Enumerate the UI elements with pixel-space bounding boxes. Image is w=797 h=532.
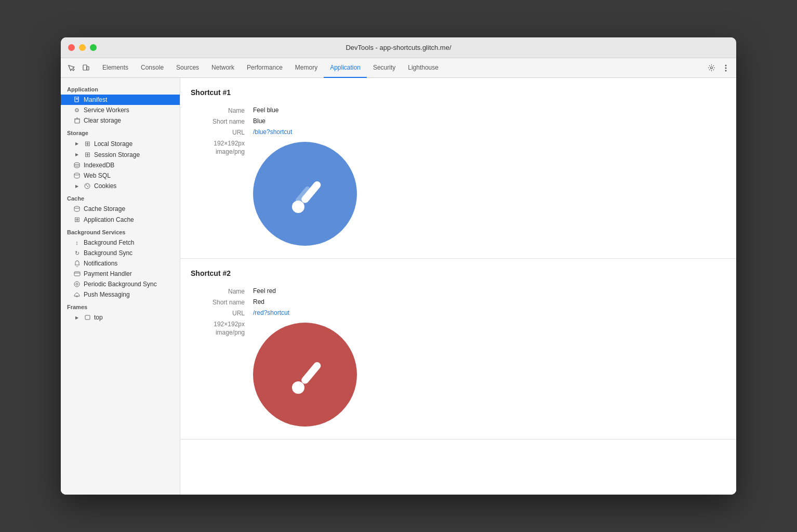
service-workers-label: Service Workers [84,107,129,114]
session-storage-label: Session Storage [94,151,140,158]
shortcut-1-section: Shortcut #1 Name Feel blue Short name Bl… [180,78,736,259]
tab-elements[interactable]: Elements [96,58,135,78]
svg-rect-9 [75,119,79,123]
svg-point-2 [710,67,712,69]
sidebar-section-application: Application [61,82,180,95]
top-frame-label: top [94,314,103,321]
svg-rect-20 [74,272,80,276]
sidebar-item-service-workers[interactable]: ⚙ Service Workers [61,105,180,115]
sidebar-item-application-cache[interactable]: ⊞ Application Cache [61,214,180,225]
svg-point-17 [88,184,88,185]
maximize-button[interactable] [90,44,97,51]
background-fetch-icon: ↕ [73,240,81,246]
shortcut-1-image-size: 192×192px [191,140,245,147]
svg-point-23 [76,283,78,285]
sidebar-item-clear-storage[interactable]: Clear storage [61,115,180,126]
sidebar-item-local-storage[interactable]: ▶ ⊞ Local Storage [61,138,180,149]
sidebar-item-notifications[interactable]: Notifications [61,258,180,269]
sidebar-item-manifest[interactable]: Manifest [61,95,180,105]
shortcut-1-blue-circle [253,142,357,246]
tab-memory[interactable]: Memory [289,58,324,78]
paintbrush-svg [282,170,328,217]
tab-bar: Elements Console Sources Network Perform… [96,58,705,78]
svg-rect-29 [300,361,322,385]
more-icon[interactable] [720,62,732,74]
svg-rect-0 [83,65,87,70]
paintbrush-red-svg [282,351,328,398]
session-storage-icon: ⊞ [84,151,91,158]
shortcut-2-title: Shortcut #2 [180,269,736,286]
svg-rect-1 [87,66,89,70]
sidebar-item-web-sql[interactable]: Web SQL [61,170,180,181]
shortcut-1-image-format: image/png [191,148,245,155]
cache-storage-label: Cache Storage [84,205,125,212]
shortcut-2-image-labels: 192×192px image/png [191,321,253,336]
shortcut-2-image-format: image/png [191,329,245,336]
svg-point-15 [86,184,87,185]
shortcut-1-url-value[interactable]: /blue?shortcut [253,128,292,136]
device-icon[interactable] [79,62,92,74]
background-sync-label: Background Sync [84,249,132,257]
cursor-icon[interactable] [65,62,77,74]
sidebar-item-payment-handler[interactable]: Payment Handler [61,269,180,279]
tab-network[interactable]: Network [205,58,241,78]
shortcut-1-shortname-row: Short name Blue [180,116,736,127]
local-storage-expand-icon: ▶ [73,141,81,146]
sidebar-item-periodic-background-sync[interactable]: Periodic Background Sync [61,279,180,289]
tab-lighthouse[interactable]: Lighthouse [402,58,445,78]
sidebar-item-background-sync[interactable]: ↻ Background Sync [61,248,180,258]
traffic-lights [68,44,97,51]
periodic-background-sync-icon [73,281,81,287]
tab-sources[interactable]: Sources [170,58,205,78]
tab-performance[interactable]: Performance [241,58,289,78]
sidebar-item-top[interactable]: ▶ top [61,312,180,323]
tab-application[interactable]: Application [324,58,367,78]
service-workers-icon: ⚙ [73,107,81,114]
shortcut-2-url-value[interactable]: /red?shortcut [253,309,289,316]
shortcut-2-name-label: Name [191,287,253,295]
svg-point-22 [74,282,79,287]
shortcut-1-url-row: URL /blue?shortcut [180,127,736,138]
shortcut-2-shortname-value: Red [253,298,264,305]
svg-point-4 [725,67,727,69]
title-bar: DevTools - app-shortcuts.glitch.me/ [61,37,736,58]
tab-security[interactable]: Security [367,58,402,78]
application-cache-label: Application Cache [84,216,134,223]
content-panel: Shortcut #1 Name Feel blue Short name Bl… [180,78,736,495]
svg-point-5 [725,70,727,71]
svg-point-3 [725,64,727,66]
sidebar-section-cache: Cache [61,191,180,204]
push-messaging-label: Push Messaging [84,291,130,298]
shortcut-2-shortname-row: Short name Red [180,297,736,308]
close-button[interactable] [68,44,75,51]
shortcut-2-image [253,323,357,427]
shortcut-2-name-value: Feel red [253,287,276,295]
local-storage-label: Local Storage [94,140,132,148]
sidebar-item-indexeddb[interactable]: IndexedDB [61,160,180,170]
shortcut-1-url-label: URL [191,128,253,136]
application-cache-icon: ⊞ [73,216,81,223]
sidebar-section-frames: Frames [61,300,180,312]
manifest-icon [73,97,81,103]
cache-storage-icon [73,206,81,212]
manifest-label: Manifest [84,96,107,103]
shortcut-2-image-size: 192×192px [191,321,245,328]
clear-storage-icon [73,117,81,124]
shortcut-1-title: Shortcut #1 [180,88,736,105]
session-storage-expand-icon: ▶ [73,152,81,157]
sidebar-item-background-fetch[interactable]: ↕ Background Fetch [61,237,180,248]
svg-point-14 [85,183,90,189]
sidebar-item-cache-storage[interactable]: Cache Storage [61,204,180,214]
sidebar-item-session-storage[interactable]: ▶ ⊞ Session Storage [61,149,180,160]
minimize-button[interactable] [79,44,86,51]
tab-console[interactable]: Console [135,58,170,78]
sidebar-item-push-messaging[interactable]: Push Messaging [61,289,180,300]
shortcut-1-shortname-label: Short name [191,117,253,125]
settings-icon[interactable] [705,62,718,74]
cookies-expand-icon: ▶ [73,184,81,189]
sidebar-item-cookies[interactable]: ▶ Cookies [61,181,180,191]
local-storage-icon: ⊞ [84,140,91,148]
web-sql-icon [73,172,81,179]
web-sql-label: Web SQL [84,172,111,179]
clear-storage-label: Clear storage [84,117,121,124]
